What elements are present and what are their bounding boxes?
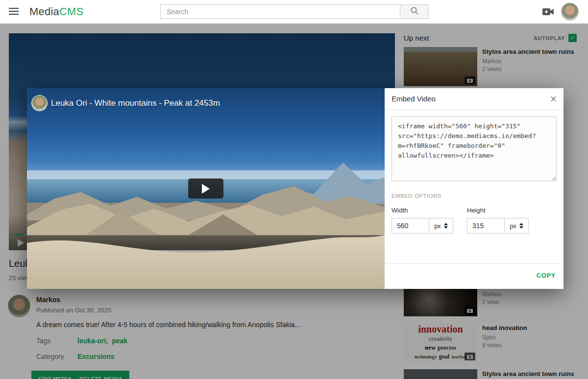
dialog-body: <iframe width="560" height="315" src="ht… — [385, 110, 564, 240]
embed-options-label: EMBED OPTIONS — [392, 193, 557, 199]
height-input[interactable] — [467, 218, 505, 234]
embed-preview-player[interactable]: Leuka Ori - White mountains - Peak at 24… — [27, 88, 385, 289]
size-options-row: Width px Height — [392, 207, 557, 234]
logo-cms: CMS — [59, 5, 84, 18]
embed-code-textarea[interactable]: <iframe width="560" height="315" src="ht… — [392, 117, 557, 181]
height-unit-select[interactable]: px — [504, 218, 529, 234]
app-logo[interactable]: MediaCMS — [29, 5, 83, 18]
height-unit-value: px — [510, 222, 516, 230]
page: MediaCMS Leuka Ori - White mountains - P… — [0, 0, 588, 379]
play-icon — [202, 184, 210, 193]
logo-media: Media — [29, 5, 59, 18]
menu-icon[interactable] — [9, 8, 19, 16]
height-label: Height — [467, 207, 529, 214]
width-unit-value: px — [434, 222, 441, 230]
spinner-arrows-icon — [444, 223, 448, 229]
width-input[interactable] — [392, 218, 429, 234]
top-header: MediaCMS — [0, 0, 588, 24]
user-avatar[interactable] — [561, 3, 579, 21]
search-bar — [160, 4, 429, 19]
width-unit-select[interactable]: px — [429, 218, 453, 234]
preview-video-title: Leuka Ori - White mountains - Peak at 24… — [51, 98, 220, 108]
preview-play-button[interactable] — [188, 179, 223, 199]
search-input[interactable] — [160, 4, 400, 19]
dialog-title: Embed Video — [392, 95, 436, 103]
width-option-group: Width px — [392, 207, 453, 234]
search-icon — [410, 6, 419, 17]
dialog-header: Embed Video × — [385, 88, 564, 110]
height-option-group: Height px — [467, 207, 529, 234]
spinner-arrows-icon — [519, 223, 523, 229]
embed-video-modal: Leuka Ori - White mountains - Peak at 24… — [27, 88, 564, 289]
dialog-footer: COPY — [385, 263, 564, 289]
preview-author-avatar — [31, 95, 48, 111]
embed-dialog-panel: Embed Video × <iframe width="560" height… — [385, 88, 564, 289]
width-label: Width — [392, 207, 453, 214]
copy-button[interactable]: COPY — [537, 272, 556, 279]
search-button[interactable] — [400, 4, 429, 19]
upload-video-icon[interactable] — [542, 7, 555, 16]
close-icon[interactable]: × — [550, 92, 557, 106]
